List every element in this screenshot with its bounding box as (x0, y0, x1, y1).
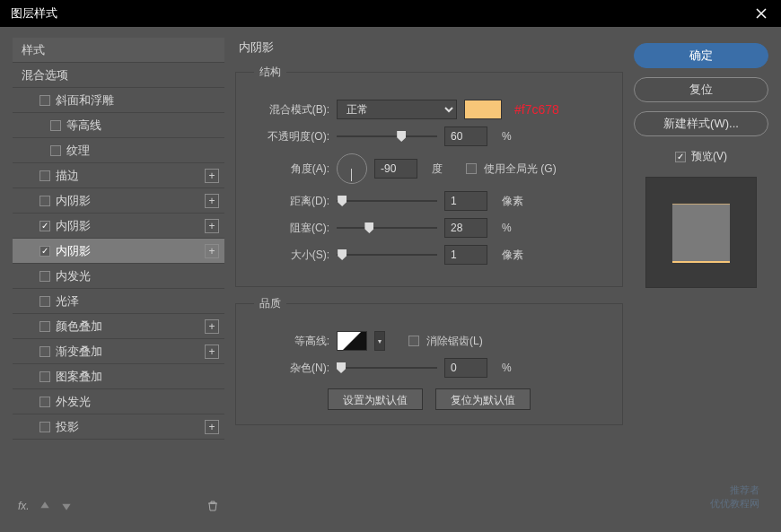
style-label: 颜色叠加 (56, 318, 102, 335)
style-checkbox[interactable] (39, 397, 50, 407)
styles-sidebar: 样式 混合选项 斜面和浮雕等高线纹理描边+内阴影+内阴影+内阴影+内发光光泽颜色… (13, 38, 224, 519)
choke-label: 阻塞(C): (254, 221, 329, 236)
size-unit: 像素 (502, 248, 529, 263)
close-button[interactable] (742, 0, 781, 27)
style-label: 外发光 (56, 394, 91, 410)
add-effect-button[interactable]: + (205, 344, 219, 359)
style-label: 内阴影 (56, 243, 91, 259)
sidebar-blending-options[interactable]: 混合选项 (13, 63, 224, 88)
style-checkbox[interactable] (39, 196, 50, 206)
sidebar-item-9[interactable]: 颜色叠加+ (13, 314, 224, 339)
trash-icon[interactable] (206, 500, 219, 512)
add-effect-button[interactable]: + (205, 244, 219, 258)
sidebar-header-styles[interactable]: 样式 (13, 38, 224, 63)
sidebar-item-1[interactable]: 等高线 (13, 113, 224, 138)
style-checkbox[interactable] (39, 371, 50, 382)
distance-slider[interactable] (337, 194, 437, 208)
watermark: 推荐者优优教程网 (710, 484, 759, 510)
style-checkbox[interactable] (39, 271, 50, 282)
fx-icon[interactable]: fx. (18, 500, 30, 512)
style-checkbox[interactable] (50, 120, 61, 131)
distance-label: 距离(D): (254, 194, 329, 209)
style-label: 斜面和浮雕 (56, 92, 114, 109)
sidebar-item-8[interactable]: 光泽 (13, 289, 224, 314)
new-style-button[interactable]: 新建样式(W)... (634, 111, 768, 136)
cancel-button[interactable]: 复位 (634, 77, 768, 102)
arrow-down-icon[interactable] (60, 500, 73, 512)
style-checkbox[interactable] (39, 246, 50, 257)
sidebar-item-5[interactable]: 内阴影+ (13, 214, 224, 239)
noise-input[interactable] (444, 358, 487, 378)
sidebar-item-7[interactable]: 内发光 (13, 264, 224, 289)
sidebar-item-4[interactable]: 内阴影+ (13, 188, 224, 214)
quality-fieldset: 品质 等高线: ▾ 消除锯齿(L) 杂色(N): % 设置为默认值 复位为默认值 (235, 296, 623, 425)
make-default-button[interactable]: 设置为默认值 (328, 388, 423, 410)
style-label: 等高线 (66, 118, 101, 134)
contour-dropdown[interactable]: ▾ (374, 331, 385, 351)
choke-input[interactable] (444, 218, 487, 238)
contour-label: 等高线: (254, 334, 329, 349)
style-label: 纹理 (66, 143, 90, 159)
reset-default-button[interactable]: 复位为默认值 (435, 388, 531, 410)
opacity-label: 不透明度(O): (254, 129, 329, 144)
noise-slider[interactable] (337, 361, 437, 375)
style-label: 渐变叠加 (56, 344, 102, 360)
size-label: 大小(S): (254, 248, 329, 263)
angle-input[interactable] (374, 159, 417, 179)
structure-fieldset: 结构 混合模式(B): 正常 #f7c678 不透明度(O): % 角度(A):… (235, 65, 623, 287)
style-label: 光泽 (56, 293, 79, 310)
style-label: 内阴影 (56, 218, 91, 234)
contour-picker[interactable] (337, 331, 367, 351)
color-swatch[interactable] (464, 100, 502, 119)
style-checkbox[interactable] (39, 296, 50, 307)
style-checkbox[interactable] (39, 170, 50, 181)
add-effect-button[interactable]: + (205, 219, 219, 233)
blend-mode-select[interactable]: 正常 (337, 100, 457, 119)
style-label: 描边 (56, 168, 79, 184)
antialias-label: 消除锯齿(L) (426, 334, 483, 349)
sidebar-item-13[interactable]: 投影+ (13, 414, 224, 440)
size-input[interactable] (444, 245, 487, 265)
style-checkbox[interactable] (39, 346, 50, 357)
structure-legend: 结构 (254, 65, 286, 80)
ok-button[interactable]: 确定 (634, 43, 768, 68)
sidebar-item-2[interactable]: 纹理 (13, 138, 224, 163)
style-checkbox[interactable] (39, 321, 50, 332)
add-effect-button[interactable]: + (205, 194, 219, 208)
blend-mode-label: 混合模式(B): (254, 102, 329, 118)
opacity-unit: % (502, 130, 529, 143)
choke-slider[interactable] (337, 221, 437, 235)
add-effect-button[interactable]: + (205, 420, 219, 434)
panel-title: 内阴影 (235, 39, 623, 56)
opacity-input[interactable] (444, 126, 487, 146)
angle-dial[interactable] (337, 153, 367, 184)
style-label: 内阴影 (56, 193, 91, 209)
preview-thumbnail (645, 177, 757, 288)
sidebar-item-0[interactable]: 斜面和浮雕 (13, 88, 224, 113)
noise-unit: % (502, 362, 529, 374)
style-label: 投影 (56, 419, 79, 435)
choke-unit: % (502, 222, 529, 234)
antialias-checkbox[interactable] (408, 336, 419, 346)
style-checkbox[interactable] (50, 145, 61, 156)
style-checkbox[interactable] (39, 221, 50, 231)
sidebar-item-11[interactable]: 图案叠加 (13, 364, 224, 389)
style-checkbox[interactable] (39, 422, 50, 432)
style-checkbox[interactable] (39, 95, 50, 106)
preview-checkbox[interactable] (675, 152, 686, 162)
distance-input[interactable] (444, 191, 487, 211)
opacity-slider[interactable] (337, 129, 437, 144)
arrow-up-icon[interactable] (39, 500, 51, 512)
quality-legend: 品质 (254, 296, 286, 311)
style-label: 内发光 (56, 268, 91, 284)
sidebar-item-6[interactable]: 内阴影+ (13, 239, 224, 264)
style-label: 图案叠加 (56, 369, 102, 385)
add-effect-button[interactable]: + (205, 169, 219, 183)
size-slider[interactable] (337, 248, 437, 262)
global-light-checkbox[interactable] (466, 163, 477, 174)
sidebar-item-12[interactable]: 外发光 (13, 389, 224, 414)
sidebar-item-3[interactable]: 描边+ (13, 163, 224, 188)
distance-unit: 像素 (502, 194, 529, 209)
add-effect-button[interactable]: + (205, 319, 219, 334)
sidebar-item-10[interactable]: 渐变叠加+ (13, 339, 224, 364)
